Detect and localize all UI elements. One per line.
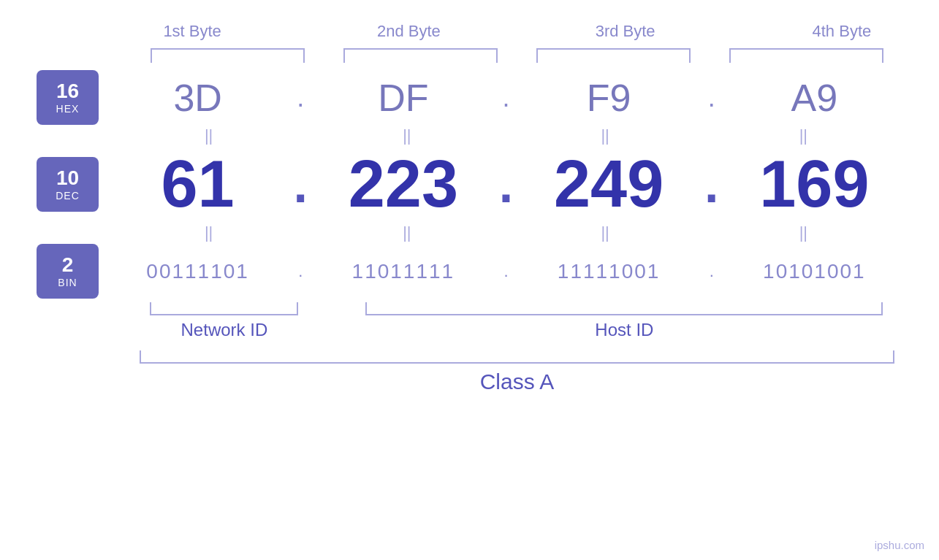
eq-1: ||: [110, 126, 308, 145]
dec-badge-number: 10: [56, 167, 79, 190]
bin-value-4: 10101001: [726, 260, 902, 283]
dec-badge-label: DEC: [56, 190, 80, 202]
hex-values: 3D . DF . F9 . A9: [110, 76, 902, 120]
hex-value-2: DF: [315, 76, 491, 120]
bin-badge-number: 2: [62, 254, 74, 277]
bin-value-2: 11011111: [315, 260, 491, 283]
dec-values: 61 . 223 . 249 . 169: [110, 147, 902, 222]
hex-value-3: F9: [521, 76, 697, 120]
top-bracket-4: [729, 48, 883, 63]
bin-dot-1: .: [286, 262, 315, 281]
byte-label-3: 3rd Byte: [517, 22, 734, 41]
top-bracket-3: [536, 48, 691, 63]
hex-row: 16 HEX 3D . DF . F9 . A9: [37, 70, 902, 125]
network-bracket: [150, 302, 298, 315]
byte-label-1: 1st Byte: [84, 22, 300, 41]
dec-row: 10 DEC 61 . 223 . 249 . 169: [37, 147, 902, 222]
host-id-label: Host ID: [595, 320, 653, 340]
eq2-2: ||: [308, 223, 506, 242]
network-id-section: Network ID: [132, 302, 317, 340]
top-bracket-1: [151, 48, 305, 63]
hex-dot-1: .: [286, 83, 315, 113]
bin-values: 00111101 . 11011111 . 11111001 . 1010100…: [110, 260, 902, 283]
dec-dot-1: .: [286, 156, 315, 214]
byte-labels: 1st Byte 2nd Byte 3rd Byte 4th Byte: [84, 22, 939, 41]
hex-value-1: 3D: [110, 76, 286, 120]
bracket-cell-2: [324, 48, 517, 63]
hex-badge-label: HEX: [56, 103, 80, 115]
eq2-4: ||: [704, 223, 902, 242]
dec-dot-3: .: [697, 156, 726, 214]
main-container: 1st Byte 2nd Byte 3rd Byte 4th Byte 16 H…: [0, 0, 939, 560]
hex-dot-2: .: [492, 83, 521, 113]
eq-3: ||: [506, 126, 704, 145]
host-bracket: [365, 302, 883, 315]
class-bracket: [140, 350, 895, 364]
bracket-cell-3: [517, 48, 710, 63]
top-bracket-2: [343, 48, 498, 63]
bin-dot-3: .: [697, 262, 726, 281]
hex-badge: 16 HEX: [37, 70, 99, 125]
dec-value-4: 169: [726, 147, 902, 222]
byte-label-4: 4th Byte: [734, 22, 939, 41]
bin-badge-label: BIN: [58, 277, 77, 288]
byte-label-2: 2nd Byte: [300, 22, 517, 41]
eq-4: ||: [704, 126, 902, 145]
bin-dot-2: .: [492, 262, 521, 281]
host-id-section: Host ID: [346, 302, 902, 340]
equals-row-1: || || || ||: [110, 125, 902, 147]
hex-dot-3: .: [697, 83, 726, 113]
dec-dot-2: .: [492, 156, 521, 214]
eq2-1: ||: [110, 223, 308, 242]
class-label: Class A: [480, 369, 555, 394]
bin-badge: 2 BIN: [37, 244, 99, 299]
dec-value-2: 223: [315, 147, 491, 222]
dec-value-1: 61: [110, 147, 286, 222]
eq-2: ||: [308, 126, 506, 145]
id-labels-row: Network ID Host ID: [132, 302, 902, 340]
network-id-label: Network ID: [181, 320, 268, 340]
dec-badge: 10 DEC: [37, 157, 99, 212]
eq2-3: ||: [506, 223, 704, 242]
equals-row-2: || || || ||: [110, 222, 902, 244]
hex-value-4: A9: [726, 76, 902, 120]
bracket-cell-4: [710, 48, 902, 63]
dec-value-3: 249: [521, 147, 697, 222]
hex-badge-number: 16: [56, 80, 79, 103]
class-row: Class A: [132, 350, 902, 394]
bin-row: 2 BIN 00111101 . 11011111 . 11111001 . 1…: [37, 244, 902, 299]
top-brackets: [132, 48, 902, 63]
bin-value-1: 00111101: [110, 260, 286, 283]
watermark: ipshu.com: [875, 539, 924, 551]
bin-value-3: 11111001: [521, 260, 697, 283]
bracket-cell-1: [132, 48, 324, 63]
